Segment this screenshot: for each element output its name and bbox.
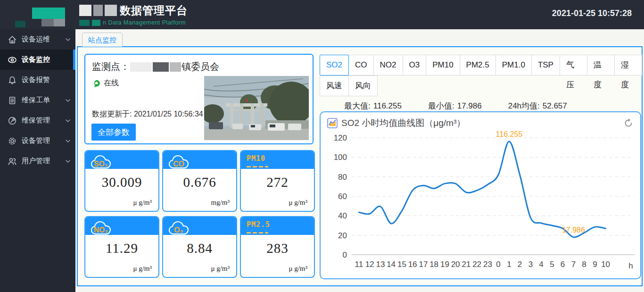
pm-dots: · ‥ · · ‥ ·: [247, 162, 272, 165]
svg-text:17.986: 17.986: [562, 226, 585, 234]
pm-icon: PM2.5 · ‥ · · ‥ ·: [245, 220, 272, 235]
pm-bar: [247, 166, 268, 167]
station-photo-image: [204, 76, 309, 140]
param-tab-label: NO2: [380, 60, 396, 69]
svg-text:6: 6: [561, 260, 565, 269]
all-params-button[interactable]: 全部参数: [91, 124, 136, 141]
param-tab-TSP[interactable]: TSP: [531, 55, 560, 75]
param-tab-CO[interactable]: CO: [348, 55, 374, 75]
param-tab-PM1.0[interactable]: PM1.0: [495, 55, 532, 75]
param-tab-label: PM1.0: [502, 60, 525, 69]
param-value: 30.009: [85, 175, 158, 190]
chart-panel: SO2 小时均值曲线图（μg/m³） 020406080100120111213…: [320, 111, 641, 279]
svg-text:h: h: [628, 261, 633, 270]
param-label: NO₂: [94, 226, 108, 234]
svg-text:23: 23: [483, 260, 492, 269]
chart-icon: [327, 118, 338, 128]
chevron-down-icon: [65, 119, 71, 123]
content-area: 监测点： 镇委员会 在线 数据更新于: 2021/01/25 10:56:34 …: [77, 46, 643, 286]
bell-icon: [8, 75, 17, 85]
redacted-block: [32, 8, 65, 19]
pm-dots: · ‥ · · ‥ ·: [247, 228, 272, 231]
param-tab-label: 风速: [326, 81, 342, 90]
sidebar-item-label: 维保工单: [22, 96, 50, 105]
param-tab-O3[interactable]: O3: [403, 55, 427, 75]
users-icon: [8, 157, 17, 166]
sidebar-item-maintenance-orders[interactable]: 维保工单: [0, 90, 75, 110]
sidebar-item-device-mgmt[interactable]: 设备管理: [0, 131, 75, 151]
tab-station-monitor[interactable]: 站点监控: [82, 33, 123, 47]
refresh-icon[interactable]: [623, 118, 634, 128]
tab-label: 站点监控: [88, 36, 116, 44]
svg-text:1: 1: [507, 260, 511, 269]
svg-text:18: 18: [429, 260, 438, 269]
header-datetime: 2021-01-25 10:57:28: [552, 8, 632, 18]
station-title: 监测点： 镇委员会: [92, 60, 219, 73]
sidebar-item-label: 维保管理: [22, 116, 50, 125]
chevron-down-icon: [65, 159, 71, 163]
redacted-block: [93, 5, 103, 16]
param-tabs-row2: 风速风向: [320, 75, 377, 96]
redacted-block: [41, 19, 54, 26]
redacted-block: [54, 19, 65, 26]
home-icon: [8, 35, 17, 44]
sidebar-item-device-ops[interactable]: 设备运维: [0, 29, 75, 50]
cloud-icon: SO₂: [89, 153, 116, 170]
param-value: 0.676: [163, 175, 236, 190]
redacted-block: [105, 5, 117, 16]
param-tab-label: TSP: [538, 60, 553, 69]
sidebar-item-maintenance-mgmt[interactable]: 维保管理: [0, 110, 75, 131]
param-tab-label: 气压: [566, 60, 574, 89]
param-card-header: O₃: [163, 217, 236, 235]
svg-text:100: 100: [334, 153, 347, 162]
param-unit: μ g/m³: [211, 265, 230, 273]
svg-text:13: 13: [376, 260, 385, 269]
svg-text:40: 40: [338, 211, 347, 220]
sidebar-item-label: 设备管理: [22, 136, 50, 145]
param-tab-SO2[interactable]: SO2: [320, 55, 349, 75]
param-tab-风速[interactable]: 风速: [320, 75, 349, 96]
param-tab-PM2.5[interactable]: PM2.5: [460, 55, 496, 75]
chevron-down-icon: [65, 38, 71, 42]
app-header: 数据管理平台 n Data Management Platform 2021-0…: [0, 0, 644, 29]
param-tab-风向[interactable]: 风向: [348, 75, 378, 96]
station-status: 在线: [93, 78, 119, 88]
chevron-down-icon: [65, 99, 71, 102]
param-tab-湿度[interactable]: 湿度: [614, 55, 642, 75]
pm-bar: [247, 232, 268, 234]
param-tab-label: SO2: [326, 60, 342, 69]
param-card: SO₂30.009μ g/m³: [84, 150, 159, 212]
sidebar-item-device-alarm[interactable]: 设备报警: [0, 70, 75, 90]
sidebar-item-label: 设备监控: [22, 55, 50, 64]
svg-text:22: 22: [472, 260, 481, 269]
param-card: CO0.676mg/m³: [162, 150, 237, 212]
svg-text:116.255: 116.255: [496, 130, 523, 138]
param-tab-NO2[interactable]: NO2: [373, 55, 403, 75]
updated-label: 数据更新于:: [92, 110, 132, 118]
svg-text:14: 14: [387, 260, 396, 269]
param-value: 8.84: [163, 241, 236, 256]
param-tab-label: 温度: [594, 60, 602, 89]
cloud-icon: CO: [167, 153, 193, 170]
stat-item: 24h均值:52.657: [508, 100, 567, 111]
param-label: O₃: [174, 226, 183, 234]
param-value: 272: [241, 175, 314, 190]
stat-label: 最大值:: [344, 101, 371, 110]
svg-text:3: 3: [528, 260, 533, 269]
param-tab-label: CO: [355, 60, 367, 69]
sidebar-item-user-mgmt[interactable]: 用户管理: [0, 151, 75, 171]
sidebar-item-device-monitor[interactable]: 设备监控: [0, 50, 75, 70]
svg-text:60: 60: [338, 192, 347, 201]
svg-text:80: 80: [338, 173, 347, 182]
redacted-block: [170, 62, 181, 72]
param-tab-温度[interactable]: 温度: [587, 55, 615, 75]
param-tab-气压[interactable]: 气压: [560, 55, 587, 75]
svg-text:19: 19: [440, 260, 449, 269]
param-value: 283: [241, 241, 314, 256]
param-tab-PM10[interactable]: PM10: [426, 55, 460, 75]
param-label: CO: [173, 160, 184, 168]
stat-value: 17.986: [457, 101, 482, 110]
cloud-icon: NO₂: [89, 219, 116, 236]
stat-label: 最小值:: [428, 101, 454, 110]
svg-text:21: 21: [462, 260, 471, 269]
